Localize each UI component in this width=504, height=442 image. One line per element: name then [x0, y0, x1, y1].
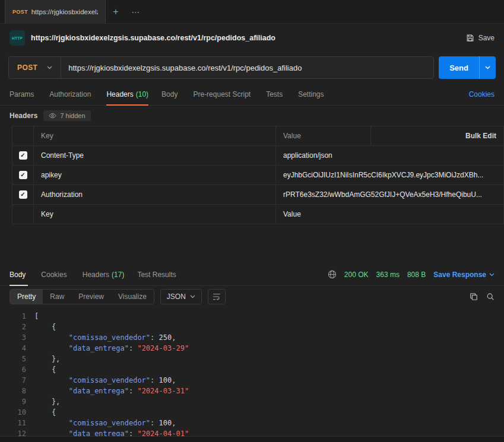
checkbox[interactable]: ✓	[19, 171, 27, 179]
response-body-editor[interactable]: 1[2 {3 "comissao_vendedor": 250,4 "data_…	[0, 307, 504, 436]
code-line: 2 {	[0, 322, 504, 332]
tab-count: (17)	[112, 271, 124, 279]
line-number: 4	[0, 343, 26, 354]
request-tab-body[interactable]: Body	[161, 83, 180, 105]
cookies-link[interactable]: Cookies	[469, 90, 495, 98]
send-button-group: Send	[439, 56, 496, 79]
code-line: 8 "data_entrega": "2024-03-31"	[0, 386, 504, 396]
code-line: 11 "comissao_vendedor": 100,	[0, 418, 504, 428]
code-token: "data_entrega"	[69, 344, 129, 352]
tab-label: Cookies	[41, 271, 66, 279]
send-options-chevron-icon[interactable]	[479, 56, 496, 79]
request-tab-headers[interactable]: Headers (10)	[106, 83, 148, 105]
url-input[interactable]	[61, 57, 433, 78]
new-tab-button[interactable]: +	[106, 0, 126, 24]
checkbox[interactable]: ✓	[19, 190, 27, 199]
response-time[interactable]: 363 ms	[376, 271, 400, 279]
wrap-text-button[interactable]	[208, 289, 226, 304]
tab-label: Headers	[83, 271, 109, 279]
line-number: 3	[0, 332, 26, 343]
response-size[interactable]: 808 B	[407, 271, 426, 279]
tab-label: Test Results	[137, 271, 176, 279]
code-token: 250	[159, 333, 172, 342]
open-request-tab[interactable]: POST https://rjgkiosbxidexelzg	[5, 0, 106, 24]
line-number: 10	[0, 407, 26, 418]
new-header-row: KeyValue	[12, 205, 504, 224]
code-line: 10 {	[0, 407, 504, 418]
tab-label: Params	[9, 90, 34, 98]
view-mode-raw[interactable]: Raw	[43, 290, 71, 304]
request-tabs: Params Authorization Headers (10) Body P…	[0, 83, 504, 106]
method-select[interactable]: POST	[9, 57, 61, 78]
code-line: 7 "comissao_vendedor": 100,	[0, 375, 504, 386]
new-header-key-input[interactable]: Key	[34, 205, 276, 224]
view-mode-preview[interactable]: Preview	[71, 290, 111, 304]
language-select[interactable]: JSON	[160, 289, 202, 304]
bottom-bar	[0, 436, 504, 442]
request-tab-authorization[interactable]: Authorization	[49, 83, 93, 105]
save-icon	[466, 34, 474, 42]
tab-label: Authorization	[49, 90, 91, 98]
header-value-cell[interactable]: eyJhbGciOiJIUzI1NiIsInR5cCI6IkpXVCJ9.eyJ…	[276, 166, 504, 185]
new-header-checkbox-cell	[12, 205, 34, 224]
tab-options-button[interactable]: ⋯	[126, 0, 146, 24]
status-badge[interactable]: 200 OK	[344, 271, 369, 279]
header-key-cell[interactable]: apikey	[34, 166, 276, 185]
header-value-cell[interactable]: application/json	[276, 146, 504, 166]
code-token: ,	[172, 333, 176, 342]
request-tab-settings[interactable]: Settings	[298, 83, 326, 105]
header-row-checkbox-cell: ✓	[12, 146, 34, 166]
code-token: "data_entrega"	[69, 430, 129, 436]
line-number: 1	[0, 311, 26, 322]
response-tab-test-results[interactable]: Test Results	[137, 263, 178, 285]
response-tab-headers[interactable]: Headers (17)	[83, 263, 125, 285]
new-header-value-input[interactable]: Value	[276, 205, 504, 224]
url-row: POST Send	[0, 52, 504, 83]
value-column-header: Value	[276, 126, 371, 146]
view-mode-visualize[interactable]: Visualize	[111, 290, 154, 304]
checkbox[interactable]: ✓	[19, 151, 27, 160]
header-key-cell[interactable]: Content-Type	[34, 146, 276, 166]
header-row-checkbox-cell: ✓	[12, 166, 34, 185]
view-mode-segmented-control: PrettyRawPreviewVisualize	[9, 289, 154, 304]
bulk-edit-button[interactable]: Bulk Edit	[370, 126, 503, 146]
request-tab-tests[interactable]: Tests	[266, 83, 285, 105]
search-icon[interactable]	[486, 292, 495, 301]
response-tab-body[interactable]: Body	[9, 263, 28, 285]
code-token: :	[150, 376, 159, 384]
line-number: 9	[0, 396, 26, 407]
tab-label: Headers	[106, 90, 133, 98]
save-response-button[interactable]: Save Response	[433, 271, 495, 279]
code-token	[34, 344, 69, 352]
tab-label: Body	[161, 90, 177, 98]
line-content: },	[34, 354, 60, 364]
save-button[interactable]: Save	[466, 34, 495, 42]
view-mode-pretty[interactable]: Pretty	[10, 290, 43, 304]
code-token	[34, 387, 69, 395]
code-token: "2024-04-01"	[137, 430, 189, 436]
response-tabs: Body Cookies Headers (17) Test Results 2…	[0, 263, 504, 286]
key-column-header: Key	[34, 126, 276, 146]
code-token: {	[34, 365, 56, 374]
copy-icon[interactable]	[470, 292, 478, 301]
select-all-cell[interactable]	[12, 126, 34, 146]
header-key-cell[interactable]: Authorization	[34, 185, 276, 205]
save-response-chevron-icon[interactable]	[489, 273, 495, 276]
header-row: ✓Content-Typeapplication/json	[12, 146, 504, 166]
pane-splitter[interactable]	[0, 224, 504, 263]
request-tab-params[interactable]: Params	[9, 83, 36, 105]
network-globe-icon[interactable]	[328, 270, 337, 279]
code-token: :	[129, 387, 137, 395]
send-button[interactable]: Send	[439, 56, 479, 79]
code-token: ,	[172, 419, 176, 427]
headers-meta-row: Headers 7 hidden	[0, 106, 504, 126]
headers-table-body: ✓Content-Typeapplication/json✓apikeyeyJh…	[12, 146, 504, 224]
method-value: POST	[17, 63, 37, 72]
header-value-cell[interactable]: rPRT6e3sZ32/wWbdAmGG52GfJIJ+QVeAx5eH3/Hf…	[276, 185, 504, 205]
code-token	[34, 376, 69, 384]
code-line: 3 "comissao_vendedor": 250,	[0, 332, 504, 343]
line-number: 2	[0, 322, 26, 332]
hidden-headers-toggle[interactable]: 7 hidden	[43, 110, 90, 121]
response-tab-cookies[interactable]: Cookies	[41, 263, 69, 285]
request-tab-pre-request-script[interactable]: Pre-request Script	[193, 83, 253, 105]
